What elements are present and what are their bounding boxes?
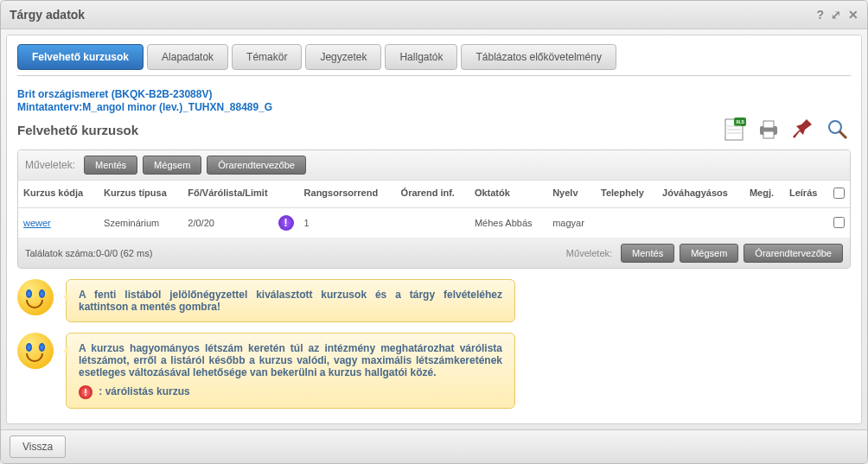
smiley-icon bbox=[17, 333, 54, 369]
ops-bar-bottom: Műveletek: Mentés Mégsem Órarendtervezőb… bbox=[566, 244, 843, 263]
info-bubble-1: A fenti listából jelölőnégyzettel kivála… bbox=[66, 279, 515, 322]
cell-code: wewer bbox=[18, 208, 99, 238]
tab-basic[interactable]: Alapadatok bbox=[147, 44, 228, 70]
cell-lang: magyar bbox=[547, 208, 596, 238]
table-row: wewer Szeminárium 2/0/20 ! 1 Méhes Abbás… bbox=[18, 208, 850, 238]
th-teachers[interactable]: Oktatók bbox=[469, 181, 547, 208]
waitlist-legend-icon: ! bbox=[79, 385, 93, 399]
breadcrumb-line1[interactable]: Brit országismeret (BKQK-B2B-23088V) bbox=[17, 88, 851, 100]
th-schedule[interactable]: Órarend inf. bbox=[396, 181, 469, 208]
cell-warn: ! bbox=[273, 208, 299, 238]
th-check bbox=[828, 181, 850, 208]
dialog-controls: ? ⤢ ✕ bbox=[816, 8, 858, 22]
breadcrumb: Brit országismeret (BKQK-B2B-23088V) Min… bbox=[17, 88, 851, 113]
th-code[interactable]: Kurzus kódja bbox=[18, 181, 99, 208]
expand-icon[interactable]: ⤢ bbox=[831, 8, 841, 22]
cell-approval bbox=[657, 208, 744, 238]
cell-schedule bbox=[396, 208, 469, 238]
th-site[interactable]: Telephely bbox=[596, 181, 657, 208]
toolbar-icons: XLS bbox=[721, 117, 851, 143]
tab-prereq[interactable]: Táblázatos előkövetelmény bbox=[461, 44, 616, 70]
dialog-title: Tárgy adatok bbox=[10, 8, 816, 22]
search-icon[interactable] bbox=[825, 117, 851, 143]
th-desc[interactable]: Leírás bbox=[784, 181, 828, 208]
cell-site bbox=[596, 208, 657, 238]
select-all-checkbox[interactable] bbox=[833, 188, 845, 199]
row-checkbox[interactable] bbox=[833, 217, 845, 228]
tab-students[interactable]: Hallgatók bbox=[385, 44, 457, 70]
cell-type: Szeminárium bbox=[99, 208, 182, 238]
ops-label-bottom: Műveletek: bbox=[566, 248, 612, 258]
info-bubble-2: A kurzus hagyományos létszám keretén túl… bbox=[66, 333, 515, 409]
planner-button-bottom[interactable]: Órarendtervezőbe bbox=[744, 244, 843, 263]
table-footer: Találatok száma:0-0/0 (62 ms) Műveletek:… bbox=[18, 238, 850, 268]
th-type[interactable]: Kurzus típusa bbox=[99, 181, 182, 208]
ops-label: Műveletek: bbox=[25, 159, 75, 171]
cancel-button-bottom[interactable]: Mégsem bbox=[680, 244, 738, 263]
cell-note bbox=[744, 208, 784, 238]
cell-limit: 2/0/20 bbox=[182, 208, 272, 238]
close-icon[interactable]: ✕ bbox=[848, 8, 858, 22]
info2-text: A kurzus hagyományos létszám keretén túl… bbox=[79, 342, 502, 378]
help-icon[interactable]: ? bbox=[816, 8, 824, 22]
cell-rank: 1 bbox=[299, 208, 396, 238]
svg-line-10 bbox=[839, 131, 846, 138]
section-title: Felvehető kurzusok bbox=[17, 123, 138, 137]
ops-bar-top: Műveletek: Mentés Mégsem Órarendtervezőb… bbox=[18, 150, 850, 181]
th-approval[interactable]: Jóváhagyásos bbox=[657, 181, 744, 208]
svg-text:XLS: XLS bbox=[736, 119, 744, 124]
cancel-button[interactable]: Mégsem bbox=[143, 156, 201, 175]
warning-icon[interactable]: ! bbox=[278, 215, 294, 231]
print-icon[interactable] bbox=[756, 117, 782, 143]
breadcrumb-line2[interactable]: Mintatanterv:M_angol minor (lev.)_TUHXN_… bbox=[17, 101, 851, 113]
table-header-row: Kurzus kódja Kurzus típusa Fő/Várólista/… bbox=[18, 181, 850, 208]
legend-waitlist-label: : várólistás kurzus bbox=[99, 385, 189, 397]
course-link[interactable]: wewer bbox=[23, 218, 51, 228]
th-rank[interactable]: Rangsorsorrend bbox=[299, 181, 396, 208]
th-lang[interactable]: Nyelv bbox=[547, 181, 596, 208]
dialog-header: Tárgy adatok ? ⤢ ✕ bbox=[1, 1, 867, 29]
th-limit[interactable]: Fő/Várólista/Limit bbox=[182, 181, 272, 208]
separator bbox=[17, 75, 851, 76]
cell-check bbox=[828, 208, 850, 238]
pin-icon[interactable] bbox=[790, 117, 816, 143]
smiley-icon bbox=[17, 279, 54, 315]
courses-table: Kurzus kódja Kurzus típusa Fő/Várólista/… bbox=[18, 181, 850, 238]
svg-rect-7 bbox=[763, 121, 774, 128]
dialog-content: Felvehető kurzusok Alapadatok Témakör Je… bbox=[6, 35, 862, 424]
th-warn bbox=[273, 181, 299, 208]
th-note[interactable]: Megj. bbox=[744, 181, 784, 208]
svg-rect-8 bbox=[763, 131, 774, 138]
cell-desc bbox=[784, 208, 828, 238]
save-button[interactable]: Mentés bbox=[84, 156, 137, 175]
bottom-bar: Vissza bbox=[1, 429, 867, 463]
legend-row: ! : várólistás kurzus bbox=[79, 385, 502, 399]
info-box-2: A kurzus hagyományos létszám keretén túl… bbox=[17, 333, 851, 409]
tab-topic[interactable]: Témakör bbox=[232, 44, 302, 70]
results-count: Találatok száma:0-0/0 (62 ms) bbox=[25, 248, 152, 258]
save-button-bottom[interactable]: Mentés bbox=[621, 244, 674, 263]
svg-point-9 bbox=[829, 121, 841, 133]
section-row: Felvehető kurzusok XLS bbox=[17, 117, 851, 143]
dialog-window: Tárgy adatok ? ⤢ ✕ Felvehető kurzusok Al… bbox=[0, 0, 868, 464]
table-container: Műveletek: Mentés Mégsem Órarendtervezőb… bbox=[17, 149, 851, 269]
planner-button[interactable]: Órarendtervezőbe bbox=[207, 156, 306, 175]
cell-teachers: Méhes Abbás bbox=[469, 208, 547, 238]
back-button[interactable]: Vissza bbox=[10, 435, 66, 458]
xls-icon[interactable]: XLS bbox=[721, 117, 747, 143]
tab-courses[interactable]: Felvehető kurzusok bbox=[17, 44, 144, 70]
tabs: Felvehető kurzusok Alapadatok Témakör Je… bbox=[17, 44, 851, 70]
info-box-1: A fenti listából jelölőnégyzettel kivála… bbox=[17, 279, 851, 322]
tab-notes[interactable]: Jegyzetek bbox=[305, 44, 381, 70]
